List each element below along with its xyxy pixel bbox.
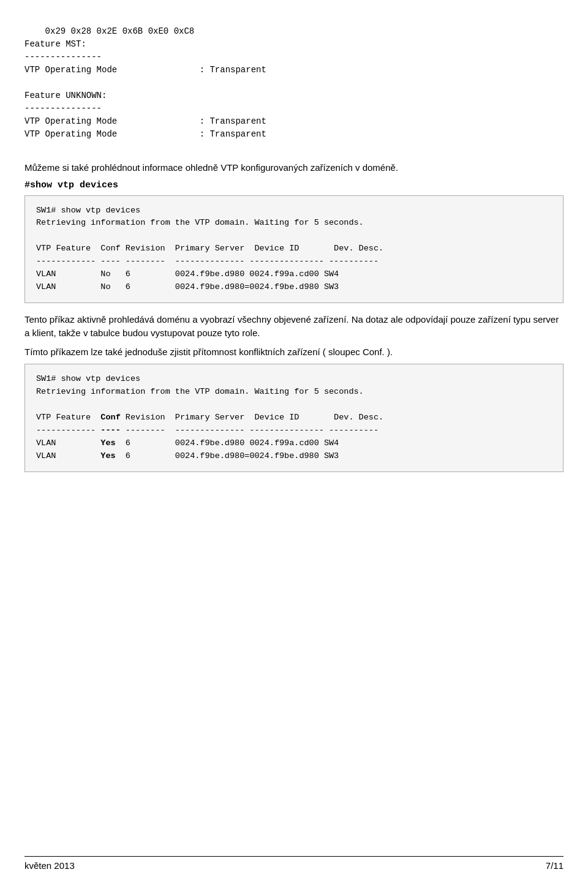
footer: květen 2013 7/11 — [24, 856, 564, 871]
code-line-6: Feature UNKNOWN: — [24, 91, 107, 100]
code-line-1: 0x29 0x28 0x2E 0x6B 0xE0 0xC8 — [45, 26, 195, 36]
t2-line6-pre: VLAN — [36, 438, 100, 448]
t1-line2: Retrieving information from the VTP doma… — [36, 218, 364, 227]
t2-line7-pre: VLAN — [36, 451, 100, 460]
code-line-8: VTP Operating Mode : Transparent — [24, 116, 266, 126]
code-line-4: VTP Operating Mode : Transparent — [24, 65, 266, 75]
t2-line7-post: 6 0024.f9be.d980=0024.f9be.d980 SW3 — [116, 451, 339, 460]
prose-text-2: Tento příkaz aktivně prohledává doménu a… — [24, 313, 564, 340]
t1-line7: VLAN No 6 0024.f9be.d980=0024.f9be.d980 … — [36, 282, 339, 291]
t1-line4: VTP Feature Conf Revision Primary Server… — [36, 244, 383, 253]
terminal-box-2: SW1# show vtp devices Retrieving informa… — [24, 364, 564, 472]
footer-left: květen 2013 — [24, 860, 75, 871]
t2-line1: SW1# show vtp devices — [36, 374, 140, 383]
t2-line4-bold: Conf — [100, 413, 120, 422]
t2-line6-bold: Yes — [100, 438, 115, 448]
t2-line4-pre: VTP Feature — [36, 413, 100, 422]
t2-line2: Retrieving information from the VTP doma… — [36, 387, 364, 396]
t2-line5-pre: ------------ — [36, 426, 100, 435]
t2-line4-post: Revision Primary Server Device ID Dev. D… — [121, 413, 383, 422]
top-code-block: 0x29 0x28 0x2E 0x6B 0xE0 0xC8 Feature MS… — [24, 12, 564, 154]
terminal-box-1: SW1# show vtp devices Retrieving informa… — [24, 195, 564, 303]
t2-line7: VLAN Yes 6 0024.f9be.d980=0024.f9be.d980… — [36, 451, 339, 460]
t2-line4: VTP Feature Conf Revision Primary Server… — [36, 413, 383, 422]
t2-line7-bold: Yes — [100, 451, 115, 460]
t2-line5-post: -------- -------------- --------------- … — [121, 426, 379, 435]
command-highlight-1: #show vtp devices — [24, 180, 564, 190]
prose-text-3: Tímto příkazem lze také jednoduše zjisti… — [24, 345, 564, 359]
code-line-7: --------------- — [24, 103, 102, 113]
t2-line6-post: 6 0024.f9be.d980 0024.f99a.cd00 SW4 — [116, 438, 339, 448]
t1-line1: SW1# show vtp devices — [36, 206, 140, 215]
prose-text-1: Můžeme si také prohlédnout informace ohl… — [24, 161, 564, 175]
t1-line6: VLAN No 6 0024.f9be.d980 0024.f99a.cd00 … — [36, 269, 339, 279]
code-line-9: VTP Operating Mode : Transparent — [24, 129, 266, 139]
t1-line5: ------------ ---- -------- -------------… — [36, 257, 379, 266]
code-line-2: Feature MST: — [24, 39, 86, 49]
t2-line5: ------------ ---- -------- -------------… — [36, 426, 379, 435]
t2-line6: VLAN Yes 6 0024.f9be.d980 0024.f99a.cd00… — [36, 438, 339, 448]
t2-line5-bold: ---- — [100, 426, 120, 435]
footer-right: 7/11 — [546, 860, 564, 871]
code-line-3: --------------- — [24, 52, 102, 62]
